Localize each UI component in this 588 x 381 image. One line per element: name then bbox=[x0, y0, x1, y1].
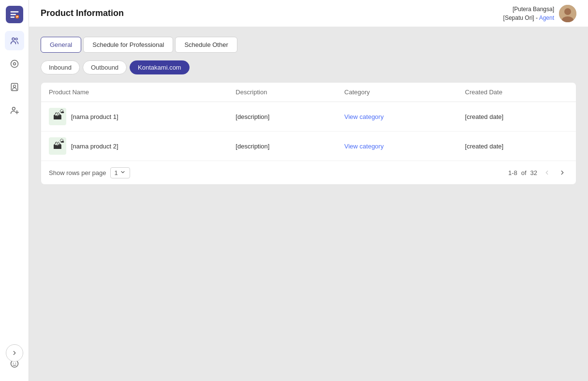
pagination-section: 1-8 of 32 bbox=[508, 167, 568, 178]
prev-page-button[interactable] bbox=[541, 167, 553, 178]
view-category-link-1[interactable]: View category bbox=[344, 113, 383, 120]
cell-description-2: [description] bbox=[228, 132, 337, 161]
col-created-date: Created Date bbox=[457, 83, 576, 102]
next-page-button[interactable] bbox=[557, 167, 568, 178]
sidebar-item-contact[interactable] bbox=[5, 77, 24, 97]
svg-point-3 bbox=[11, 60, 18, 68]
svg-point-6 bbox=[13, 85, 15, 88]
sidebar-item-add-user[interactable] bbox=[5, 101, 24, 120]
table-row: 🌤 🏔 [nama product 1] [description] View … bbox=[41, 102, 576, 132]
svg-point-1 bbox=[12, 38, 15, 40]
header: Product Information [Putera Bangsa] [Sep… bbox=[29, 0, 588, 27]
product-table: Product Name Description Category Create… bbox=[41, 83, 576, 161]
product-thumbnail-1: 🌤 🏔 bbox=[49, 108, 66, 125]
avatar bbox=[559, 5, 576, 22]
svg-point-2 bbox=[15, 38, 17, 40]
table-footer: Show rows per page 1 1-8 of 32 bbox=[41, 161, 576, 184]
col-product-name: Product Name bbox=[41, 83, 228, 102]
rows-per-page-select[interactable]: 1 bbox=[110, 167, 130, 178]
svg-point-11 bbox=[13, 363, 14, 364]
filter-tab-kontakami[interactable]: Kontakami.com bbox=[130, 60, 190, 74]
user-info-section: [Putera Bangsa] [Sepatu Ori] - Agent bbox=[503, 5, 576, 22]
sidebar-collapse-button[interactable] bbox=[6, 344, 23, 362]
rows-per-page-label: Show rows per page bbox=[49, 169, 106, 176]
cell-product-name-1: 🌤 🏔 [nama product 1] bbox=[41, 102, 228, 132]
pagination-of: of bbox=[521, 169, 527, 176]
cell-description-1: [description] bbox=[228, 102, 337, 132]
rows-per-page-value: 1 bbox=[115, 169, 118, 176]
main-tabs: General Schedule for Professional Schedu… bbox=[41, 37, 576, 53]
svg-point-14 bbox=[564, 8, 571, 15]
col-description: Description bbox=[228, 83, 337, 102]
filter-tabs: Inbound Outbound Kontakami.com bbox=[41, 60, 576, 74]
table-header-row: Product Name Description Category Create… bbox=[41, 83, 576, 102]
main-content: Product Information [Putera Bangsa] [Sep… bbox=[29, 0, 588, 381]
user-details: [Putera Bangsa] [Sepatu Ori] - Agent bbox=[503, 5, 554, 22]
user-org: [Sepatu Ori] bbox=[503, 15, 534, 21]
tab-general[interactable]: General bbox=[41, 37, 81, 53]
user-name-line2: [Sepatu Ori] - Agent bbox=[503, 14, 554, 22]
sidebar-item-team[interactable] bbox=[5, 31, 24, 50]
user-name-line1: [Putera Bangsa] bbox=[503, 5, 554, 14]
col-category: Category bbox=[337, 83, 457, 102]
table-row: 🌤 🏔 [nama product 2] [description] View … bbox=[41, 132, 576, 161]
svg-point-12 bbox=[15, 363, 16, 364]
separator: - bbox=[536, 15, 539, 21]
cell-created-date-2: [created date] bbox=[457, 132, 576, 161]
sidebar bbox=[0, 0, 29, 381]
product-table-container: Product Name Description Category Create… bbox=[41, 82, 576, 185]
product-name-text-2: [nama product 2] bbox=[71, 143, 118, 150]
svg-point-7 bbox=[12, 107, 15, 110]
sidebar-item-status[interactable] bbox=[5, 54, 24, 73]
chevron-down-icon bbox=[120, 169, 126, 176]
page-title: Product Information bbox=[41, 8, 124, 18]
agent-link[interactable]: Agent bbox=[539, 15, 554, 21]
pagination-total: 32 bbox=[530, 169, 537, 176]
product-thumbnail-2: 🌤 🏔 bbox=[49, 137, 66, 155]
sun-icon: 🌤 bbox=[59, 138, 64, 144]
svg-point-4 bbox=[13, 63, 15, 65]
sun-icon: 🌤 bbox=[59, 109, 64, 114]
view-category-link-2[interactable]: View category bbox=[344, 143, 383, 150]
cell-product-name-2: 🌤 🏔 [nama product 2] bbox=[41, 132, 228, 161]
pagination-range: 1-8 bbox=[508, 169, 517, 176]
app-logo[interactable] bbox=[6, 6, 23, 23]
filter-tab-inbound[interactable]: Inbound bbox=[41, 60, 80, 74]
rows-per-page-section: Show rows per page 1 bbox=[49, 167, 130, 178]
cell-created-date-1: [created date] bbox=[457, 102, 576, 132]
tab-schedule-other[interactable]: Schedule Other bbox=[175, 37, 237, 53]
content-area: General Schedule for Professional Schedu… bbox=[29, 27, 588, 381]
tab-schedule-professional[interactable]: Schedule for Professional bbox=[83, 37, 173, 53]
product-name-text-1: [nama product 1] bbox=[71, 113, 118, 120]
cell-category-1: View category bbox=[337, 102, 457, 132]
cell-category-2: View category bbox=[337, 132, 457, 161]
filter-tab-outbound[interactable]: Outbound bbox=[83, 60, 127, 74]
